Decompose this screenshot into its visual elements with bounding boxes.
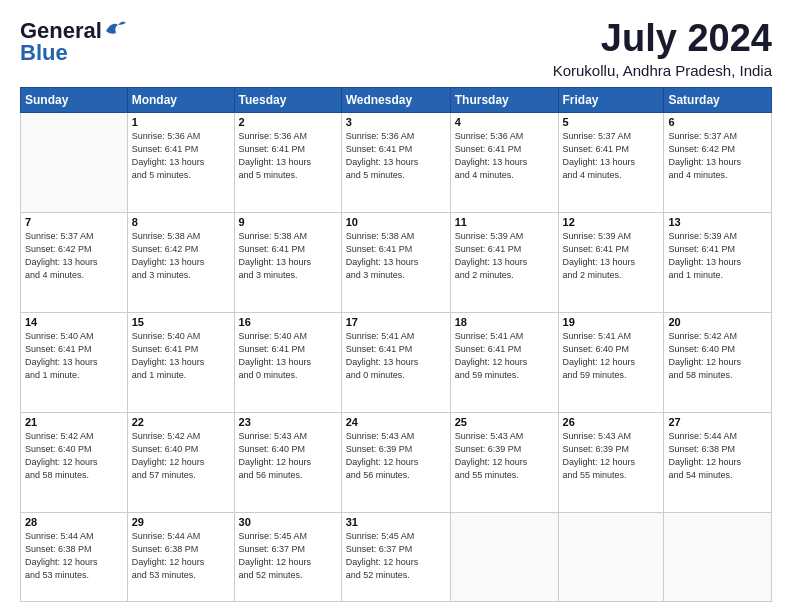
- day-info: Sunrise: 5:43 AMSunset: 6:39 PMDaylight:…: [563, 430, 660, 482]
- day-number: 9: [239, 216, 337, 228]
- calendar-day-cell: 14Sunrise: 5:40 AMSunset: 6:41 PMDayligh…: [21, 312, 128, 412]
- calendar-day-cell: 16Sunrise: 5:40 AMSunset: 6:41 PMDayligh…: [234, 312, 341, 412]
- day-info: Sunrise: 5:38 AMSunset: 6:42 PMDaylight:…: [132, 230, 230, 282]
- day-number: 26: [563, 416, 660, 428]
- day-number: 10: [346, 216, 446, 228]
- calendar-day-cell: 25Sunrise: 5:43 AMSunset: 6:39 PMDayligh…: [450, 412, 558, 512]
- calendar-header-row: SundayMondayTuesdayWednesdayThursdayFrid…: [21, 87, 772, 112]
- day-info: Sunrise: 5:44 AMSunset: 6:38 PMDaylight:…: [25, 530, 123, 582]
- day-info: Sunrise: 5:37 AMSunset: 6:41 PMDaylight:…: [563, 130, 660, 182]
- calendar-day-cell: 13Sunrise: 5:39 AMSunset: 6:41 PMDayligh…: [664, 212, 772, 312]
- day-info: Sunrise: 5:43 AMSunset: 6:39 PMDaylight:…: [455, 430, 554, 482]
- day-number: 4: [455, 116, 554, 128]
- calendar-day-cell: 21Sunrise: 5:42 AMSunset: 6:40 PMDayligh…: [21, 412, 128, 512]
- day-info: Sunrise: 5:45 AMSunset: 6:37 PMDaylight:…: [346, 530, 446, 582]
- calendar-day-cell: 12Sunrise: 5:39 AMSunset: 6:41 PMDayligh…: [558, 212, 664, 312]
- calendar-day-cell: 30Sunrise: 5:45 AMSunset: 6:37 PMDayligh…: [234, 512, 341, 601]
- calendar-day-cell: [450, 512, 558, 601]
- calendar-day-cell: 3Sunrise: 5:36 AMSunset: 6:41 PMDaylight…: [341, 112, 450, 212]
- location: Korukollu, Andhra Pradesh, India: [553, 62, 772, 79]
- day-number: 30: [239, 516, 337, 528]
- calendar-header-cell: Tuesday: [234, 87, 341, 112]
- day-info: Sunrise: 5:44 AMSunset: 6:38 PMDaylight:…: [132, 530, 230, 582]
- calendar-day-cell: 24Sunrise: 5:43 AMSunset: 6:39 PMDayligh…: [341, 412, 450, 512]
- calendar-day-cell: 19Sunrise: 5:41 AMSunset: 6:40 PMDayligh…: [558, 312, 664, 412]
- day-number: 29: [132, 516, 230, 528]
- day-number: 1: [132, 116, 230, 128]
- day-info: Sunrise: 5:44 AMSunset: 6:38 PMDaylight:…: [668, 430, 767, 482]
- calendar-week-row: 21Sunrise: 5:42 AMSunset: 6:40 PMDayligh…: [21, 412, 772, 512]
- day-info: Sunrise: 5:43 AMSunset: 6:40 PMDaylight:…: [239, 430, 337, 482]
- calendar-header-cell: Wednesday: [341, 87, 450, 112]
- calendar-header-cell: Saturday: [664, 87, 772, 112]
- calendar-week-row: 14Sunrise: 5:40 AMSunset: 6:41 PMDayligh…: [21, 312, 772, 412]
- calendar-day-cell: 10Sunrise: 5:38 AMSunset: 6:41 PMDayligh…: [341, 212, 450, 312]
- day-info: Sunrise: 5:42 AMSunset: 6:40 PMDaylight:…: [132, 430, 230, 482]
- calendar-header-cell: Monday: [127, 87, 234, 112]
- day-number: 16: [239, 316, 337, 328]
- day-number: 5: [563, 116, 660, 128]
- day-number: 7: [25, 216, 123, 228]
- calendar-body: 1Sunrise: 5:36 AMSunset: 6:41 PMDaylight…: [21, 112, 772, 601]
- logo-bird-icon: [104, 19, 126, 37]
- day-info: Sunrise: 5:40 AMSunset: 6:41 PMDaylight:…: [25, 330, 123, 382]
- day-number: 18: [455, 316, 554, 328]
- day-info: Sunrise: 5:42 AMSunset: 6:40 PMDaylight:…: [668, 330, 767, 382]
- day-info: Sunrise: 5:43 AMSunset: 6:39 PMDaylight:…: [346, 430, 446, 482]
- calendar-day-cell: 15Sunrise: 5:40 AMSunset: 6:41 PMDayligh…: [127, 312, 234, 412]
- day-number: 12: [563, 216, 660, 228]
- calendar-day-cell: 29Sunrise: 5:44 AMSunset: 6:38 PMDayligh…: [127, 512, 234, 601]
- day-info: Sunrise: 5:45 AMSunset: 6:37 PMDaylight:…: [239, 530, 337, 582]
- calendar-week-row: 28Sunrise: 5:44 AMSunset: 6:38 PMDayligh…: [21, 512, 772, 601]
- day-info: Sunrise: 5:38 AMSunset: 6:41 PMDaylight:…: [239, 230, 337, 282]
- day-info: Sunrise: 5:37 AMSunset: 6:42 PMDaylight:…: [668, 130, 767, 182]
- calendar: SundayMondayTuesdayWednesdayThursdayFrid…: [20, 87, 772, 602]
- day-info: Sunrise: 5:42 AMSunset: 6:40 PMDaylight:…: [25, 430, 123, 482]
- day-number: 28: [25, 516, 123, 528]
- day-number: 25: [455, 416, 554, 428]
- calendar-day-cell: [558, 512, 664, 601]
- day-number: 8: [132, 216, 230, 228]
- day-number: 31: [346, 516, 446, 528]
- logo: General Blue: [20, 18, 126, 66]
- day-info: Sunrise: 5:36 AMSunset: 6:41 PMDaylight:…: [346, 130, 446, 182]
- calendar-header-cell: Sunday: [21, 87, 128, 112]
- calendar-day-cell: 1Sunrise: 5:36 AMSunset: 6:41 PMDaylight…: [127, 112, 234, 212]
- day-info: Sunrise: 5:36 AMSunset: 6:41 PMDaylight:…: [132, 130, 230, 182]
- calendar-day-cell: [21, 112, 128, 212]
- calendar-header-cell: Thursday: [450, 87, 558, 112]
- calendar-day-cell: 5Sunrise: 5:37 AMSunset: 6:41 PMDaylight…: [558, 112, 664, 212]
- calendar-day-cell: 8Sunrise: 5:38 AMSunset: 6:42 PMDaylight…: [127, 212, 234, 312]
- day-info: Sunrise: 5:41 AMSunset: 6:40 PMDaylight:…: [563, 330, 660, 382]
- calendar-day-cell: 23Sunrise: 5:43 AMSunset: 6:40 PMDayligh…: [234, 412, 341, 512]
- day-info: Sunrise: 5:39 AMSunset: 6:41 PMDaylight:…: [668, 230, 767, 282]
- title-area: July 2024 Korukollu, Andhra Pradesh, Ind…: [553, 18, 772, 79]
- calendar-day-cell: 28Sunrise: 5:44 AMSunset: 6:38 PMDayligh…: [21, 512, 128, 601]
- header: General Blue July 2024 Korukollu, Andhra…: [20, 18, 772, 79]
- calendar-day-cell: 22Sunrise: 5:42 AMSunset: 6:40 PMDayligh…: [127, 412, 234, 512]
- calendar-day-cell: 9Sunrise: 5:38 AMSunset: 6:41 PMDaylight…: [234, 212, 341, 312]
- day-info: Sunrise: 5:38 AMSunset: 6:41 PMDaylight:…: [346, 230, 446, 282]
- calendar-day-cell: 6Sunrise: 5:37 AMSunset: 6:42 PMDaylight…: [664, 112, 772, 212]
- day-number: 2: [239, 116, 337, 128]
- day-info: Sunrise: 5:37 AMSunset: 6:42 PMDaylight:…: [25, 230, 123, 282]
- calendar-day-cell: 2Sunrise: 5:36 AMSunset: 6:41 PMDaylight…: [234, 112, 341, 212]
- day-number: 20: [668, 316, 767, 328]
- month-title: July 2024: [553, 18, 772, 60]
- calendar-week-row: 7Sunrise: 5:37 AMSunset: 6:42 PMDaylight…: [21, 212, 772, 312]
- day-info: Sunrise: 5:36 AMSunset: 6:41 PMDaylight:…: [455, 130, 554, 182]
- day-info: Sunrise: 5:41 AMSunset: 6:41 PMDaylight:…: [346, 330, 446, 382]
- calendar-day-cell: 18Sunrise: 5:41 AMSunset: 6:41 PMDayligh…: [450, 312, 558, 412]
- calendar-day-cell: 17Sunrise: 5:41 AMSunset: 6:41 PMDayligh…: [341, 312, 450, 412]
- day-number: 13: [668, 216, 767, 228]
- calendar-week-row: 1Sunrise: 5:36 AMSunset: 6:41 PMDaylight…: [21, 112, 772, 212]
- day-number: 21: [25, 416, 123, 428]
- day-number: 23: [239, 416, 337, 428]
- day-number: 17: [346, 316, 446, 328]
- calendar-header-cell: Friday: [558, 87, 664, 112]
- day-number: 24: [346, 416, 446, 428]
- day-info: Sunrise: 5:41 AMSunset: 6:41 PMDaylight:…: [455, 330, 554, 382]
- day-info: Sunrise: 5:39 AMSunset: 6:41 PMDaylight:…: [455, 230, 554, 282]
- calendar-day-cell: 31Sunrise: 5:45 AMSunset: 6:37 PMDayligh…: [341, 512, 450, 601]
- day-info: Sunrise: 5:36 AMSunset: 6:41 PMDaylight:…: [239, 130, 337, 182]
